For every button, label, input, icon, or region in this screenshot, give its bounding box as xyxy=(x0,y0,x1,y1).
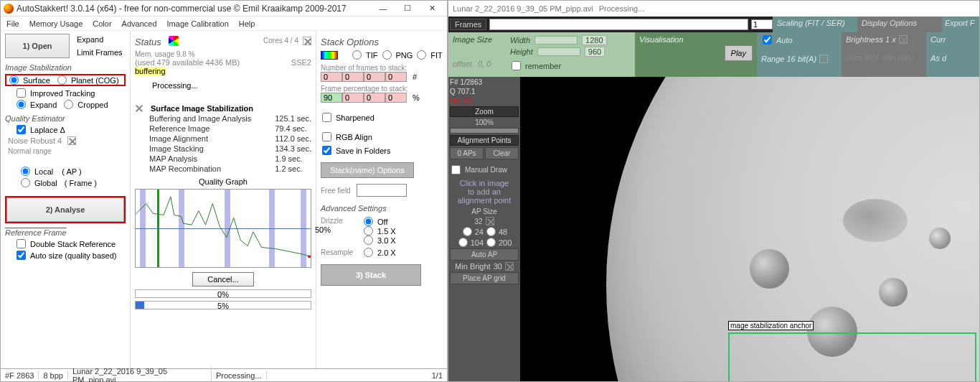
autosize-check[interactable] xyxy=(17,251,26,260)
drizzle-30-radio[interactable] xyxy=(364,236,373,245)
brightness-tool-icon[interactable] xyxy=(899,35,908,44)
pf-2[interactable] xyxy=(364,93,385,103)
manual-label: Manual Draw xyxy=(465,166,507,174)
normal-range-label: Normal range xyxy=(8,147,126,155)
menu-help[interactable]: Help xyxy=(239,19,255,28)
resample-20-radio[interactable] xyxy=(364,248,373,257)
nf-2[interactable] xyxy=(364,72,385,82)
double-stack-check[interactable] xyxy=(17,239,26,248)
local-radio[interactable] xyxy=(21,167,30,176)
image-viewport[interactable]: mage stabilization anchor xyxy=(520,77,979,381)
noise-tool-icon[interactable] xyxy=(67,136,76,145)
statusbar: #F 2863 8 bpp Lunar 2_22_2016 9_39_05 PM… xyxy=(1,368,447,381)
frames-slider[interactable] xyxy=(489,19,748,30)
stack-button[interactable]: 3) Stack xyxy=(321,264,421,286)
nframes-label: Number of frames to stack: xyxy=(321,64,443,72)
ap200-radio[interactable] xyxy=(486,238,496,247)
menu-memory[interactable]: Memory Usage xyxy=(29,19,83,28)
png-label: PNG xyxy=(396,51,413,60)
processing-status: Processing... xyxy=(152,81,311,90)
export-curr[interactable]: Curr xyxy=(930,35,975,44)
height-slider[interactable] xyxy=(537,47,580,56)
manual-draw-check[interactable] xyxy=(451,165,461,174)
close-button[interactable]: ✕ xyxy=(420,1,444,16)
nf-0[interactable] xyxy=(321,72,342,82)
stabilization-anchor-box[interactable] xyxy=(728,332,976,381)
drizzle-off-radio[interactable] xyxy=(364,217,373,226)
width-slider[interactable] xyxy=(534,36,578,45)
frame-number-input[interactable] xyxy=(751,19,773,29)
footer-bpp: 8 bpp xyxy=(39,371,68,380)
menu-file[interactable]: File xyxy=(6,19,19,28)
hash-label: # xyxy=(413,73,417,81)
png-radio[interactable] xyxy=(382,50,392,60)
apsize-label: AP Size xyxy=(450,208,519,215)
ap-count-button[interactable]: 0 APs xyxy=(450,147,484,159)
fit-radio[interactable] xyxy=(417,50,426,60)
cores-tool-icon[interactable] xyxy=(303,37,311,45)
pf-1[interactable] xyxy=(342,93,364,103)
save-folders-check[interactable] xyxy=(322,146,331,155)
apsize-tool-icon[interactable] xyxy=(486,217,494,225)
menu-color[interactable]: Color xyxy=(93,19,111,28)
progress-5: 5% xyxy=(135,301,311,309)
analyse-button[interactable]: 2) Analyse xyxy=(6,197,124,222)
save-folders-label: Save in Folders xyxy=(336,146,390,155)
place-ap-button[interactable]: Place AP grid xyxy=(450,272,519,284)
tif-radio[interactable] xyxy=(352,50,362,60)
drizzle-15-radio[interactable] xyxy=(364,226,373,236)
auto-scaling-check[interactable] xyxy=(763,35,772,45)
rgb-mode: rgb (ai) xyxy=(450,97,519,105)
auto-ap-button[interactable]: Auto AP xyxy=(450,248,519,261)
status-heading: Status xyxy=(135,37,161,47)
clear-button[interactable]: Clear xyxy=(485,147,519,159)
global-radio[interactable] xyxy=(21,178,30,187)
nf-1[interactable] xyxy=(342,72,364,82)
footer-frames: #F 2863 xyxy=(1,371,39,380)
improved-tracking-check[interactable] xyxy=(17,88,26,98)
timing-val: 112.0 sec. xyxy=(275,134,311,143)
cropped-radio[interactable] xyxy=(64,100,73,109)
timing-row: Image Stacking xyxy=(149,144,275,153)
maximize-button[interactable]: ☐ xyxy=(395,1,420,16)
app-icon xyxy=(4,4,14,14)
cancel-button[interactable]: Cancel... xyxy=(192,272,253,286)
free-field-input[interactable] xyxy=(357,184,407,197)
ap48-radio[interactable] xyxy=(486,227,496,236)
play-button[interactable]: Play xyxy=(725,45,753,61)
export-asd[interactable]: As d xyxy=(930,54,975,62)
limit-frames-link[interactable]: Limit Frames xyxy=(77,48,123,57)
sharpened-label: Sharpened xyxy=(336,113,374,122)
range-tool-icon[interactable] xyxy=(819,55,828,63)
expand-radio[interactable] xyxy=(17,100,26,109)
minimize-button[interactable]: — xyxy=(371,1,395,16)
minbright-tool-icon[interactable] xyxy=(505,262,514,271)
tif-label: TIF xyxy=(366,51,378,60)
pf-3[interactable] xyxy=(385,93,407,103)
section-ref-frame: Reference Frame xyxy=(5,228,126,237)
remember-check[interactable] xyxy=(512,61,521,70)
planet-radio[interactable] xyxy=(57,75,67,85)
left-column: 1) Open Expand Limit Frames Image Stabil… xyxy=(1,31,130,368)
frame-label: ( Frame ) xyxy=(65,179,97,187)
stabilization-mode: Surface Planet (COG) xyxy=(5,74,126,86)
ap104-radio[interactable] xyxy=(458,238,468,247)
pf-0[interactable] xyxy=(321,93,342,103)
menu-image-calibration[interactable]: Image Calibration xyxy=(167,19,229,28)
sharpened-check[interactable] xyxy=(322,113,331,122)
surface-label: Surface xyxy=(23,76,50,85)
laplace-label: Laplace Δ xyxy=(30,126,65,134)
expand-link[interactable]: Expand xyxy=(77,35,123,44)
zoom-heading: Zoom xyxy=(450,106,519,117)
menu-advanced[interactable]: Advanced xyxy=(122,19,157,28)
width-value: 1280 xyxy=(582,35,606,45)
svg-point-0 xyxy=(308,255,311,258)
stack-name-options-button[interactable]: Stack(name) Options xyxy=(321,162,414,178)
open-button[interactable]: 1) Open xyxy=(5,34,70,58)
zoom-slider[interactable] xyxy=(450,128,519,134)
rgb-align-check[interactable] xyxy=(322,132,331,141)
laplace-check[interactable] xyxy=(17,125,26,134)
ap24-radio[interactable] xyxy=(463,227,472,236)
nf-3[interactable] xyxy=(385,72,407,82)
surface-radio[interactable] xyxy=(9,75,19,85)
